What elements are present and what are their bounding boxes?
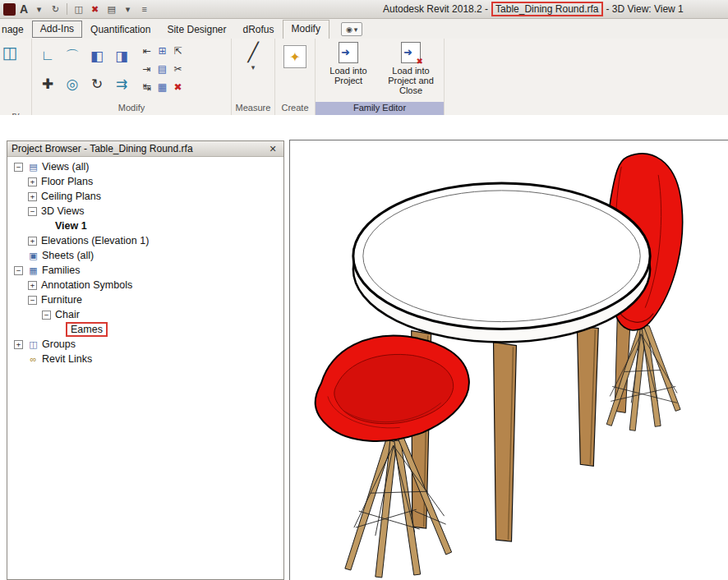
measure-button[interactable]: ╱ ▾ [235, 42, 271, 102]
tree-item-label: Elevations (Elevation 1) [41, 235, 149, 246]
annotation-highlight-box: Eames [66, 322, 108, 337]
modify-tools-grid: ∟ ⌒ ◧ ◨ ✚ ◎ ↻ ⇉ [35, 42, 134, 102]
panel-label: ry [0, 109, 31, 115]
tab-site-designer[interactable]: Site Designer [159, 21, 234, 39]
load-into-project-button[interactable]: ➜ Load into Project [317, 40, 380, 102]
3d-scene [290, 140, 728, 580]
load-into-project-icon: ➜ [339, 42, 358, 63]
align-icon[interactable]: ∟ [35, 42, 60, 70]
extend-icon[interactable]: ⇥ [139, 60, 154, 78]
tree-item-label: Sheets (all) [42, 250, 94, 261]
tab-modify[interactable]: Modify [283, 20, 329, 39]
tree-item-label: Families [42, 265, 81, 276]
collapse-icon[interactable]: − [42, 311, 51, 320]
expand-icon[interactable]: + [28, 177, 37, 186]
tree-item-label: Annotation Symbols [41, 279, 132, 291]
project-browser-tree: − ▤ Views (all) + Floor Plans + Ceiling … [7, 157, 283, 579]
load-into-project-label: Load into Project [319, 66, 378, 85]
ribbon-tab-bar: nage Add-Ins Quantification Site Designe… [0, 19, 728, 39]
table-top[interactable] [353, 183, 650, 343]
collapse-icon[interactable]: − [28, 207, 37, 216]
family-editor-label: Family Editor [316, 102, 444, 115]
chair-left[interactable] [316, 336, 469, 578]
ribbon-panel-family-editor: ➜ Load into Project ➜ ✖ Load into Projec… [316, 39, 445, 115]
delete-icon[interactable]: ✖ [170, 78, 186, 96]
pin-grid-icon[interactable]: ⊞ [154, 42, 170, 60]
expand-icon[interactable]: + [28, 192, 37, 201]
print-icon[interactable]: ▤ [104, 2, 118, 16]
scale-icon[interactable]: ▦ [154, 78, 170, 96]
qat-dropdown-icon[interactable]: ▾ [32, 2, 46, 16]
corner-trim-icon[interactable]: ⇱ [170, 42, 186, 60]
workspace: Project Browser - Table_Dining Round.rfa… [0, 115, 728, 580]
paste-icon[interactable]: ◫ [0, 42, 20, 63]
tree-item-furniture[interactable]: − Furniture [7, 292, 283, 307]
expand-icon[interactable]: + [28, 237, 37, 246]
tree-item-floor-plans[interactable]: + Floor Plans [7, 174, 283, 189]
drawing-area-3d-view[interactable] [289, 140, 728, 580]
expand-icon[interactable]: + [14, 340, 23, 349]
trim-extend-icon[interactable]: ⇤ [139, 42, 154, 60]
ribbon-panel-create: ✦ Create [275, 39, 316, 115]
copy-icon[interactable]: ◎ [60, 70, 85, 98]
unpin-grid-icon[interactable]: ▤ [154, 60, 170, 78]
move-icon[interactable]: ✚ [35, 70, 60, 98]
tree-item-annotation-symbols[interactable]: + Annotation Symbols [7, 278, 283, 292]
paste-dropdown-icon[interactable]: ▾ [121, 2, 135, 16]
trim-multiple-icon[interactable]: ↹ [139, 78, 154, 96]
tree-item-chair[interactable]: − Chair [7, 307, 283, 322]
title-suffix: - 3D View: View 1 [606, 3, 684, 15]
window-title: Autodesk Revit 2018.2 - Table_Dining Rou… [383, 0, 684, 18]
tab-manage[interactable]: nage [0, 21, 32, 39]
customize-qat-icon[interactable]: ≡ [137, 2, 151, 16]
tree-item-revit-links[interactable]: ∞ Revit Links [7, 352, 283, 366]
tree-item-views-all[interactable]: − ▤ Views (all) [7, 159, 283, 174]
families-icon: ▦ [27, 265, 39, 276]
tree-item-eames[interactable]: Eames [7, 322, 283, 337]
groups-icon: ◫ [27, 339, 39, 350]
workset-icon[interactable]: ◫ [71, 2, 85, 16]
collapse-icon[interactable]: − [28, 296, 37, 305]
create-button[interactable]: ✦ [283, 45, 306, 68]
sync-icon[interactable]: ↻ [48, 2, 62, 16]
panel-label: Create [275, 102, 315, 115]
tree-item-label: Chair [55, 309, 80, 320]
panel-label: Measure [232, 102, 274, 115]
tree-item-label: Views (all) [42, 161, 89, 173]
close-icon[interactable]: ✕ [266, 144, 279, 154]
project-browser-header[interactable]: Project Browser - Table_Dining Round.rfa… [7, 141, 283, 157]
collapse-icon[interactable]: − [14, 266, 23, 275]
ribbon-panel-measure: ╱ ▾ Measure [232, 39, 275, 115]
array-icon[interactable]: ⇉ [109, 70, 134, 98]
mirror-pick-icon[interactable]: ◨ [109, 42, 134, 70]
load-into-project-and-close-button[interactable]: ➜ ✖ Load into Project and Close [380, 40, 442, 102]
tree-item-label: 3D Views [41, 205, 85, 217]
mirror-axis-icon[interactable]: ◧ [85, 42, 109, 70]
split-icon[interactable]: ✂ [170, 60, 186, 78]
offset-icon[interactable]: ⌒ [60, 42, 85, 70]
tree-item-families[interactable]: − ▦ Families [7, 263, 283, 278]
tree-item-label: Floor Plans [41, 176, 93, 187]
tree-item-view-1[interactable]: View 1 [7, 219, 283, 233]
autodesk-logo-icon[interactable]: A [18, 2, 30, 16]
tree-item-3d-views[interactable]: − 3D Views [7, 204, 283, 219]
chevron-down-icon[interactable]: ▾ [251, 63, 256, 71]
ribbon-cycle-button[interactable]: ◉ ▾ [341, 22, 362, 36]
tree-item-ceiling-plans[interactable]: + Ceiling Plans [7, 189, 283, 204]
close-icon: ✖ [417, 57, 423, 66]
ribbon-panel-modify: ∟ ⌒ ◧ ◨ ✚ ◎ ↻ ⇉ ⇤ ⊞ ⇱ ⇥ ▤ ✂ ↹ ▦ ✖ Modify [32, 39, 232, 115]
tree-item-groups[interactable]: + ◫ Groups [7, 337, 283, 352]
tree-item-label: View 1 [55, 220, 87, 232]
tab-drofus[interactable]: dRofus [235, 21, 283, 39]
tree-item-sheets[interactable]: ▣ Sheets (all) [7, 248, 283, 263]
modify-small-tools-grid: ⇤ ⊞ ⇱ ⇥ ▤ ✂ ↹ ▦ ✖ [139, 42, 186, 102]
tab-quantification[interactable]: Quantification [82, 21, 159, 39]
tree-item-elevations[interactable]: + Elevations (Elevation 1) [7, 233, 283, 248]
close-doc-icon[interactable]: ✖ [88, 2, 102, 16]
tab-add-ins[interactable]: Add-Ins [32, 21, 82, 38]
collapse-icon[interactable]: − [14, 163, 23, 172]
revit-app-icon[interactable] [3, 3, 16, 16]
rotate-icon[interactable]: ↻ [85, 70, 109, 98]
cycle-icon: ◉ [346, 25, 352, 34]
expand-icon[interactable]: + [28, 281, 37, 290]
